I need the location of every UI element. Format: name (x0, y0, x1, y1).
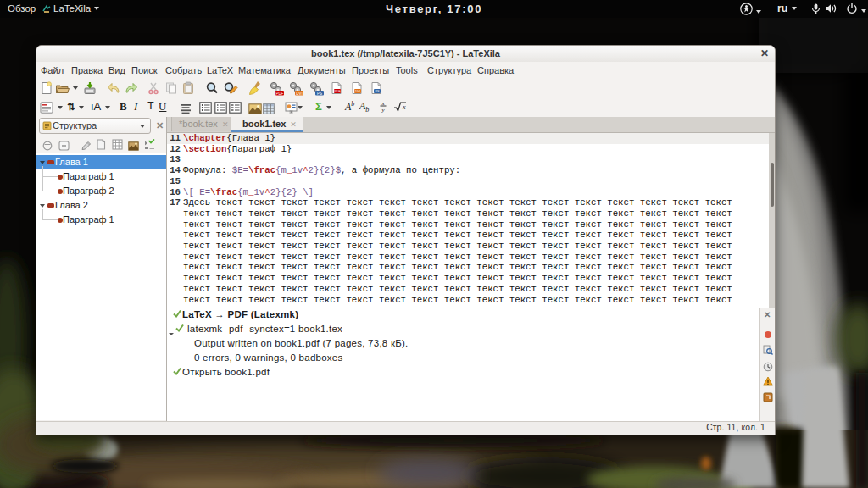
svg-text:PS: PS (375, 90, 380, 93)
svg-text:x: x (402, 103, 406, 111)
svg-text:PDF: PDF (334, 90, 341, 93)
svg-text:DVI: DVI (296, 92, 303, 96)
svg-text:DVI: DVI (355, 90, 360, 93)
svg-text:PS: PS (317, 92, 322, 96)
svg-text:x: x (381, 100, 385, 107)
svg-text:PDF: PDF (276, 92, 284, 96)
svg-text:y: y (381, 107, 385, 113)
